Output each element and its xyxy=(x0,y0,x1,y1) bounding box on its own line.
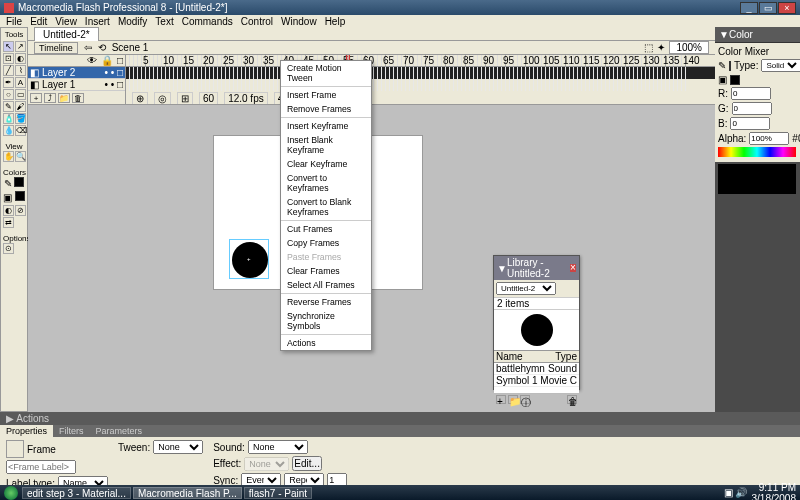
taskbar-item[interactable]: edit step 3 - Material... xyxy=(22,487,131,499)
b-input[interactable] xyxy=(730,117,770,130)
maximize-button[interactable]: ▭ xyxy=(759,2,777,14)
free-transform-tool[interactable]: ⊡ xyxy=(3,53,14,64)
add-folder-button[interactable]: 📁 xyxy=(58,93,70,103)
option-snap[interactable]: ⊙ xyxy=(3,243,14,254)
edit-multiple-button[interactable]: ⊞ xyxy=(177,92,193,105)
symbol-instance[interactable] xyxy=(229,239,269,279)
alpha-input[interactable] xyxy=(749,132,789,145)
subselect-tool[interactable]: ↗ xyxy=(15,41,26,52)
edit-symbol-icon[interactable]: ✦ xyxy=(657,42,665,53)
effect-select[interactable]: None xyxy=(244,457,289,471)
g-input[interactable] xyxy=(732,102,772,115)
lock-icon[interactable]: 🔒 xyxy=(101,55,113,66)
color-mixer-tab[interactable]: Color Mixer xyxy=(718,46,769,57)
menu-modify[interactable]: Modify xyxy=(118,16,147,27)
zoom-tool[interactable]: 🔍 xyxy=(15,151,26,162)
add-guide-button[interactable]: ⤴ xyxy=(44,93,56,103)
eraser-tool[interactable]: ⌫ xyxy=(15,125,26,136)
taskbar-item[interactable]: Macromedia Flash P... xyxy=(133,487,242,499)
blackwhite-button[interactable]: ◐ xyxy=(3,205,14,216)
menu-item-cut-frames[interactable]: Cut Frames xyxy=(281,222,371,236)
add-layer-button[interactable]: + xyxy=(30,93,42,103)
library-doc-select[interactable]: Untitled-2 xyxy=(496,282,556,295)
actions-panel-title[interactable]: Actions xyxy=(16,413,49,424)
hand-tool[interactable]: ✋ xyxy=(3,151,14,162)
fill-chip[interactable] xyxy=(730,75,740,85)
menu-item-insert-keyframe[interactable]: Insert Keyframe xyxy=(281,119,371,133)
timeline-toggle[interactable]: Timeline xyxy=(34,42,78,54)
onion-outline-button[interactable]: ◎ xyxy=(154,92,171,105)
menu-item-select-all-frames[interactable]: Select All Frames xyxy=(281,278,371,292)
close-button[interactable]: × xyxy=(778,2,796,14)
taskbar-item[interactable]: flash7 - Paint xyxy=(244,487,312,499)
delete-item-button[interactable]: 🗑 xyxy=(567,395,577,404)
frame-label-input[interactable] xyxy=(6,460,76,474)
tray-icons[interactable]: ▣ 🔊 xyxy=(724,487,748,498)
brush-tool[interactable]: 🖌 xyxy=(15,101,26,112)
start-button[interactable] xyxy=(4,486,18,500)
gradient-transform-tool[interactable]: ◐ xyxy=(15,53,26,64)
new-symbol-button[interactable]: + xyxy=(496,395,506,404)
line-tool[interactable]: ╱ xyxy=(3,65,14,76)
library-col-name[interactable]: Name xyxy=(496,351,555,362)
frames-layer1[interactable] xyxy=(126,79,715,91)
layer-row[interactable]: ◧Layer 2• • □ xyxy=(28,67,125,79)
fill-chip-icon[interactable]: ▣ xyxy=(718,74,727,85)
pen-tool[interactable]: ✒ xyxy=(3,77,14,88)
fill-type-select[interactable]: Solid xyxy=(761,59,800,72)
new-folder-button[interactable]: 📁 xyxy=(508,395,518,404)
nocolor-button[interactable]: ⊘ xyxy=(15,205,26,216)
delete-layer-button[interactable]: 🗑 xyxy=(72,93,84,103)
stroke-chip[interactable] xyxy=(729,61,731,71)
oval-tool[interactable]: ○ xyxy=(3,89,14,100)
menu-item-convert-to-keyframes[interactable]: Convert to Keyframes xyxy=(281,171,371,195)
menu-help[interactable]: Help xyxy=(325,16,346,27)
scene-label[interactable]: Scene 1 xyxy=(112,42,149,53)
stroke-swatch[interactable] xyxy=(14,177,24,187)
swap-colors-button[interactable]: ⇄ xyxy=(3,217,14,228)
tween-select[interactable]: None xyxy=(153,440,203,454)
menu-item-clear-frames[interactable]: Clear Frames xyxy=(281,264,371,278)
filters-tab[interactable]: Filters xyxy=(53,425,90,437)
menu-item-synchronize-symbols[interactable]: Synchronize Symbols xyxy=(281,309,371,333)
library-item[interactable]: battlehymnSound xyxy=(494,363,579,375)
effect-edit-button[interactable]: Edit... xyxy=(292,456,322,471)
zoom-value[interactable]: 100% xyxy=(669,41,709,54)
outline-icon[interactable]: □ xyxy=(117,55,123,66)
edit-scene-icon[interactable]: ⬚ xyxy=(644,42,653,53)
menu-item-reverse-frames[interactable]: Reverse Frames xyxy=(281,295,371,309)
menu-item-remove-frames[interactable]: Remove Frames xyxy=(281,102,371,116)
menu-item-create-motion-tween[interactable]: Create Motion Tween xyxy=(281,61,371,85)
properties-tab[interactable]: Properties xyxy=(0,425,53,437)
menu-edit[interactable]: Edit xyxy=(30,16,47,27)
properties-button[interactable]: ⓘ xyxy=(520,395,530,404)
stroke-color-icon[interactable]: ✎ xyxy=(4,178,12,189)
menu-window[interactable]: Window xyxy=(281,16,317,27)
stroke-chip-icon[interactable]: ✎ xyxy=(718,60,726,71)
menu-view[interactable]: View xyxy=(55,16,77,27)
paint-bucket-tool[interactable]: 🪣 xyxy=(15,113,26,124)
menu-item-insert-blank-keyframe[interactable]: Insert Blank Keyframe xyxy=(281,133,371,157)
eye-icon[interactable]: 👁 xyxy=(87,55,97,66)
fill-swatch[interactable] xyxy=(15,191,25,201)
library-item[interactable]: Symbol 1Movie C xyxy=(494,375,579,387)
color-spectrum[interactable] xyxy=(718,147,796,157)
frames-layer2[interactable] xyxy=(126,67,715,79)
library-close[interactable]: × xyxy=(570,264,576,272)
library-col-type[interactable]: Type xyxy=(555,351,577,362)
document-tab[interactable]: Untitled-2* xyxy=(34,27,99,41)
layer-row[interactable]: ◧Layer 1• • □ xyxy=(28,79,125,91)
menu-item-copy-frames[interactable]: Copy Frames xyxy=(281,236,371,250)
rectangle-tool[interactable]: ▭ xyxy=(15,89,26,100)
parameters-tab[interactable]: Parameters xyxy=(90,425,149,437)
eyedropper-tool[interactable]: 💧 xyxy=(3,125,14,136)
back-icon[interactable]: ⇦ xyxy=(84,42,92,53)
sound-select[interactable]: None xyxy=(248,440,308,454)
menu-item-convert-to-blank-keyframes[interactable]: Convert to Blank Keyframes xyxy=(281,195,371,219)
text-tool[interactable]: A xyxy=(15,77,26,88)
arrow-tool[interactable]: ↖ xyxy=(3,41,14,52)
minimize-button[interactable]: _ xyxy=(740,2,758,14)
menu-item-actions[interactable]: Actions xyxy=(281,336,371,350)
menu-file[interactable]: File xyxy=(6,16,22,27)
menu-item-clear-keyframe[interactable]: Clear Keyframe xyxy=(281,157,371,171)
